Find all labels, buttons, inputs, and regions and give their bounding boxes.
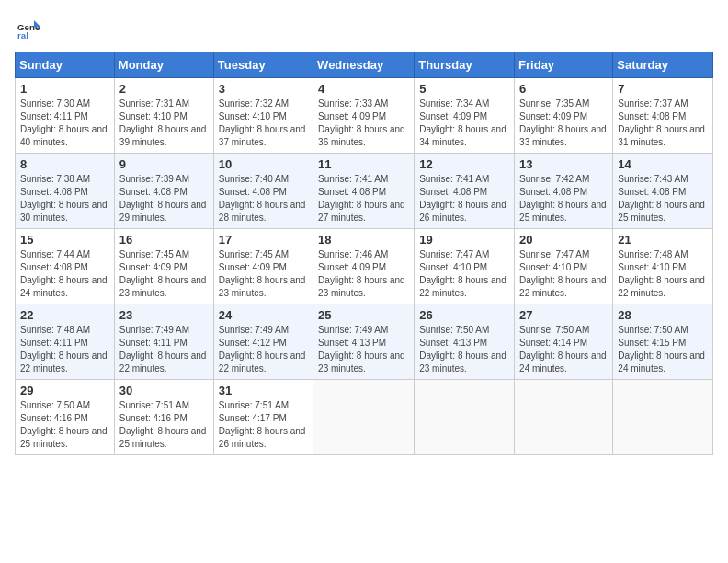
calendar-day-16: 16Sunrise: 7:45 AMSunset: 4:09 PMDayligh… xyxy=(114,229,213,304)
day-info: Sunrise: 7:50 AMSunset: 4:15 PMDaylight:… xyxy=(618,324,708,375)
day-info: Sunrise: 7:51 AMSunset: 4:17 PMDaylight:… xyxy=(219,399,308,451)
day-number: 23 xyxy=(119,308,209,322)
calendar-day-12: 12Sunrise: 7:41 AMSunset: 4:08 PMDayligh… xyxy=(415,154,515,229)
day-info: Sunrise: 7:50 AMSunset: 4:13 PMDaylight:… xyxy=(419,324,509,375)
day-number: 2 xyxy=(119,82,209,96)
day-info: Sunrise: 7:41 AMSunset: 4:08 PMDaylight:… xyxy=(419,173,509,224)
calendar-day-30: 30Sunrise: 7:51 AMSunset: 4:16 PMDayligh… xyxy=(114,380,213,455)
calendar-day-4: 4Sunrise: 7:33 AMSunset: 4:09 PMDaylight… xyxy=(313,78,415,154)
day-info: Sunrise: 7:30 AMSunset: 4:11 PMDaylight:… xyxy=(20,98,109,149)
day-number: 14 xyxy=(618,157,708,171)
calendar-day-13: 13Sunrise: 7:42 AMSunset: 4:08 PMDayligh… xyxy=(515,154,613,229)
weekday-header-thursday: Thursday xyxy=(415,52,515,78)
logo-icon: Gene ral xyxy=(15,15,42,42)
day-info: Sunrise: 7:31 AMSunset: 4:10 PMDaylight:… xyxy=(119,98,209,149)
calendar-day-26: 26Sunrise: 7:50 AMSunset: 4:13 PMDayligh… xyxy=(415,304,515,380)
day-info: Sunrise: 7:44 AMSunset: 4:08 PMDaylight:… xyxy=(20,248,109,300)
day-info: Sunrise: 7:51 AMSunset: 4:16 PMDaylight:… xyxy=(119,399,209,451)
day-info: Sunrise: 7:45 AMSunset: 4:09 PMDaylight:… xyxy=(119,248,209,300)
day-number: 27 xyxy=(519,308,608,322)
calendar-week-2: 8Sunrise: 7:38 AMSunset: 4:08 PMDaylight… xyxy=(16,154,713,229)
day-number: 10 xyxy=(219,157,308,171)
day-number: 16 xyxy=(119,233,209,247)
weekday-header-wednesday: Wednesday xyxy=(313,52,415,78)
calendar-day-19: 19Sunrise: 7:47 AMSunset: 4:10 PMDayligh… xyxy=(415,229,515,304)
calendar-day-23: 23Sunrise: 7:49 AMSunset: 4:11 PMDayligh… xyxy=(114,304,213,380)
day-number: 9 xyxy=(119,157,209,171)
day-info: Sunrise: 7:49 AMSunset: 4:11 PMDaylight:… xyxy=(119,324,209,375)
day-info: Sunrise: 7:50 AMSunset: 4:16 PMDaylight:… xyxy=(20,399,109,451)
day-number: 15 xyxy=(20,233,109,247)
calendar-day-10: 10Sunrise: 7:40 AMSunset: 4:08 PMDayligh… xyxy=(213,154,313,229)
calendar-week-1: 1Sunrise: 7:30 AMSunset: 4:11 PMDaylight… xyxy=(16,78,713,154)
calendar-day-31: 31Sunrise: 7:51 AMSunset: 4:17 PMDayligh… xyxy=(213,380,313,455)
day-number: 11 xyxy=(318,157,409,171)
calendar-day-7: 7Sunrise: 7:37 AMSunset: 4:08 PMDaylight… xyxy=(613,78,713,154)
weekday-header-sunday: Sunday xyxy=(16,52,115,78)
day-info: Sunrise: 7:47 AMSunset: 4:10 PMDaylight:… xyxy=(419,248,509,300)
empty-cell xyxy=(313,380,415,455)
svg-text:ral: ral xyxy=(17,30,28,40)
day-number: 12 xyxy=(419,157,509,171)
day-info: Sunrise: 7:37 AMSunset: 4:08 PMDaylight:… xyxy=(618,98,708,149)
day-info: Sunrise: 7:47 AMSunset: 4:10 PMDaylight:… xyxy=(519,248,608,300)
day-info: Sunrise: 7:43 AMSunset: 4:08 PMDaylight:… xyxy=(618,173,708,224)
day-info: Sunrise: 7:45 AMSunset: 4:09 PMDaylight:… xyxy=(219,248,308,300)
calendar-day-25: 25Sunrise: 7:49 AMSunset: 4:13 PMDayligh… xyxy=(313,304,415,380)
day-number: 13 xyxy=(519,157,608,171)
calendar-day-9: 9Sunrise: 7:39 AMSunset: 4:08 PMDaylight… xyxy=(114,154,213,229)
weekday-header-row: SundayMondayTuesdayWednesdayThursdayFrid… xyxy=(16,52,713,78)
calendar-day-6: 6Sunrise: 7:35 AMSunset: 4:09 PMDaylight… xyxy=(515,78,613,154)
day-number: 25 xyxy=(318,308,409,322)
calendar-week-3: 15Sunrise: 7:44 AMSunset: 4:08 PMDayligh… xyxy=(16,229,713,304)
day-info: Sunrise: 7:32 AMSunset: 4:10 PMDaylight:… xyxy=(219,98,308,149)
calendar-day-28: 28Sunrise: 7:50 AMSunset: 4:15 PMDayligh… xyxy=(613,304,713,380)
day-number: 30 xyxy=(119,384,209,397)
day-number: 26 xyxy=(419,308,509,322)
empty-cell xyxy=(415,380,515,455)
calendar-day-20: 20Sunrise: 7:47 AMSunset: 4:10 PMDayligh… xyxy=(515,229,613,304)
calendar-day-5: 5Sunrise: 7:34 AMSunset: 4:09 PMDaylight… xyxy=(415,78,515,154)
day-number: 31 xyxy=(219,384,308,397)
weekday-header-monday: Monday xyxy=(114,52,213,78)
weekday-header-friday: Friday xyxy=(515,52,613,78)
calendar-day-21: 21Sunrise: 7:48 AMSunset: 4:10 PMDayligh… xyxy=(613,229,713,304)
day-number: 4 xyxy=(318,82,409,96)
day-number: 8 xyxy=(20,157,109,171)
weekday-header-saturday: Saturday xyxy=(613,52,713,78)
day-info: Sunrise: 7:35 AMSunset: 4:09 PMDaylight:… xyxy=(519,98,608,149)
day-info: Sunrise: 7:48 AMSunset: 4:10 PMDaylight:… xyxy=(618,248,708,300)
day-info: Sunrise: 7:40 AMSunset: 4:08 PMDaylight:… xyxy=(219,173,308,224)
calendar-day-18: 18Sunrise: 7:46 AMSunset: 4:09 PMDayligh… xyxy=(313,229,415,304)
day-number: 3 xyxy=(219,82,308,96)
logo: Gene ral xyxy=(15,15,46,42)
day-info: Sunrise: 7:48 AMSunset: 4:11 PMDaylight:… xyxy=(20,324,109,375)
day-info: Sunrise: 7:38 AMSunset: 4:08 PMDaylight:… xyxy=(20,173,109,224)
day-number: 24 xyxy=(219,308,308,322)
calendar-day-27: 27Sunrise: 7:50 AMSunset: 4:14 PMDayligh… xyxy=(515,304,613,380)
empty-cell xyxy=(613,380,713,455)
calendar-table: SundayMondayTuesdayWednesdayThursdayFrid… xyxy=(15,52,713,455)
day-number: 20 xyxy=(519,233,608,247)
day-number: 7 xyxy=(618,82,708,96)
day-number: 28 xyxy=(618,308,708,322)
calendar-day-15: 15Sunrise: 7:44 AMSunset: 4:08 PMDayligh… xyxy=(16,229,115,304)
calendar-day-8: 8Sunrise: 7:38 AMSunset: 4:08 PMDaylight… xyxy=(16,154,115,229)
calendar-body: 1Sunrise: 7:30 AMSunset: 4:11 PMDaylight… xyxy=(16,78,713,455)
day-info: Sunrise: 7:34 AMSunset: 4:09 PMDaylight:… xyxy=(419,98,509,149)
calendar-day-17: 17Sunrise: 7:45 AMSunset: 4:09 PMDayligh… xyxy=(213,229,313,304)
calendar-day-11: 11Sunrise: 7:41 AMSunset: 4:08 PMDayligh… xyxy=(313,154,415,229)
day-info: Sunrise: 7:41 AMSunset: 4:08 PMDaylight:… xyxy=(318,173,409,224)
day-number: 17 xyxy=(219,233,308,247)
day-info: Sunrise: 7:49 AMSunset: 4:13 PMDaylight:… xyxy=(318,324,409,375)
calendar-week-5: 29Sunrise: 7:50 AMSunset: 4:16 PMDayligh… xyxy=(16,380,713,455)
day-number: 22 xyxy=(20,308,109,322)
day-info: Sunrise: 7:46 AMSunset: 4:09 PMDaylight:… xyxy=(318,248,409,300)
calendar-day-14: 14Sunrise: 7:43 AMSunset: 4:08 PMDayligh… xyxy=(613,154,713,229)
day-number: 21 xyxy=(618,233,708,247)
calendar-day-29: 29Sunrise: 7:50 AMSunset: 4:16 PMDayligh… xyxy=(16,380,115,455)
day-info: Sunrise: 7:49 AMSunset: 4:12 PMDaylight:… xyxy=(219,324,308,375)
calendar-week-4: 22Sunrise: 7:48 AMSunset: 4:11 PMDayligh… xyxy=(16,304,713,380)
day-info: Sunrise: 7:42 AMSunset: 4:08 PMDaylight:… xyxy=(519,173,608,224)
calendar-day-3: 3Sunrise: 7:32 AMSunset: 4:10 PMDaylight… xyxy=(213,78,313,154)
